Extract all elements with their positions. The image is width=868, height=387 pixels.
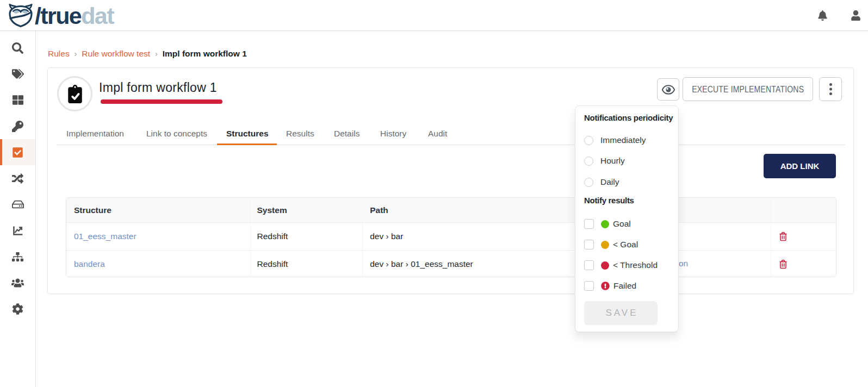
svg-text:/truedat: /truedat	[35, 4, 114, 29]
